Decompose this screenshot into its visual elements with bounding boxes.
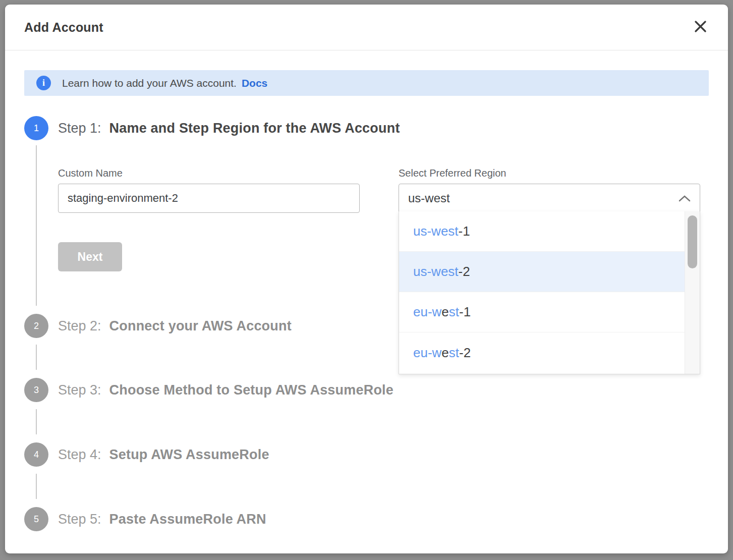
step-connector-1 (36, 145, 37, 306)
info-icon: i (36, 76, 51, 90)
step-1-heading: Step 1: Name and Step Region for the AWS… (58, 116, 400, 140)
step-4-prefix: Step 4: (58, 447, 101, 463)
step-connector-3 (36, 409, 37, 434)
step-3-heading: Step 3: Choose Method to Setup AWS Assum… (58, 378, 393, 402)
region-option-us-west-1[interactable]: us-west-1 (399, 211, 685, 252)
dropdown-scrollbar[interactable] (685, 211, 700, 374)
option-rest-text: -1 (459, 223, 470, 239)
step-5-badge: 5 (24, 507, 48, 531)
option-match-text: us-west (413, 223, 459, 239)
step-connector-2 (36, 345, 37, 370)
step-4-title: Setup AWS AssumeRole (109, 447, 269, 463)
region-option-eu-west-2[interactable]: eu-west-2 (399, 332, 685, 373)
step-1-prefix: Step 1: (58, 121, 101, 136)
step-2-heading: Step 2: Connect your AWS Account (58, 314, 292, 338)
step-2-title: Connect your AWS Account (109, 318, 292, 334)
step-3-prefix: Step 3: (58, 382, 101, 398)
step-5-prefix: Step 5: (58, 512, 101, 527)
step-1-badge: 1 (24, 116, 48, 140)
docs-link[interactable]: Docs (242, 77, 267, 89)
option-rest-text: e (441, 345, 448, 360)
region-select[interactable]: us-west (399, 184, 700, 213)
step-3-title: Choose Method to Setup AWS AssumeRole (109, 382, 393, 398)
modal-header: Add Account (5, 5, 728, 50)
option-match-text: us-west (413, 264, 459, 279)
step-2-badge: 2 (24, 314, 48, 338)
chevron-up-icon (679, 195, 691, 202)
add-account-modal: Add Account i Learn how to add your AWS … (5, 5, 728, 553)
option-match-text: eu-w (413, 345, 441, 360)
option-rest-text: -2 (459, 345, 471, 360)
next-button[interactable]: Next (58, 242, 122, 271)
region-option-list: us-west-1 us-west-2 eu-west-1 eu-west-2 (399, 211, 685, 374)
option-match-text: st (449, 304, 459, 319)
region-option-us-west-2[interactable]: us-west-2 (399, 252, 685, 292)
option-rest-text: -2 (459, 264, 470, 279)
step-4-badge: 4 (24, 442, 48, 467)
modal-title: Add Account (24, 20, 103, 35)
close-icon (694, 20, 707, 35)
step-1-title: Name and Step Region for the AWS Account (109, 121, 400, 136)
step-5-title: Paste AssumeRole ARN (109, 512, 266, 527)
step-3-badge: 3 (24, 378, 48, 402)
region-label: Select Preferred Region (399, 167, 700, 179)
region-group: Select Preferred Region us-west (399, 167, 700, 213)
option-match-text: st (449, 345, 459, 360)
step-connector-4 (36, 474, 37, 499)
step-2-prefix: Step 2: (58, 318, 101, 334)
info-banner: i Learn how to add your AWS account. Doc… (24, 70, 709, 96)
banner-text: Learn how to add your AWS account. (62, 77, 237, 89)
region-select-value: us-west (408, 191, 450, 205)
custom-name-label: Custom Name (58, 167, 360, 179)
option-rest-text: e (441, 304, 448, 319)
close-button[interactable] (692, 19, 709, 36)
step-4-heading: Step 4: Setup AWS AssumeRole (58, 442, 269, 467)
steps-list: 1 Step 1: Name and Step Region for the A… (5, 116, 728, 531)
region-dropdown-panel: us-west-1 us-west-2 eu-west-1 eu-west-2 (399, 211, 700, 374)
region-option-eu-west-1[interactable]: eu-west-1 (399, 292, 685, 332)
custom-name-input[interactable] (58, 184, 360, 213)
option-rest-text: -1 (459, 304, 471, 319)
option-match-text: eu-w (413, 304, 441, 319)
step-5-heading: Step 5: Paste AssumeRole ARN (58, 507, 266, 531)
dropdown-scrollbar-thumb[interactable] (688, 215, 697, 268)
custom-name-group: Custom Name (58, 167, 360, 213)
